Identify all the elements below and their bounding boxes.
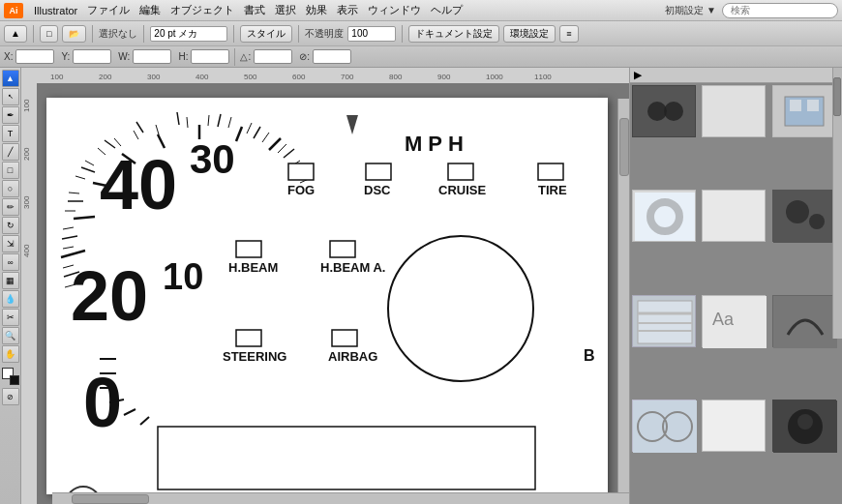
extra-btn[interactable]: ≡ [559,25,578,43]
svg-rect-81 [236,330,261,346]
search-input[interactable] [722,3,838,18]
tool-type[interactable]: T [2,125,19,142]
svg-text:CRUISE: CRUISE [438,183,486,197]
tool-eyedropper[interactable]: 💧 [2,290,19,308]
shear-input[interactable] [313,49,351,64]
env-settings-btn[interactable]: 環境設定 [503,25,556,43]
menu-select[interactable]: 選択 [275,3,296,17]
menu-window[interactable]: ウィンドウ [368,3,421,17]
toolbox: ▲ ↖ ✒ T ╱ □ ○ ✏ ↻ ⇲ ∞ ▦ 💧 ✂ 🔍 ✋ ⊘ [0,68,21,504]
svg-text:20: 20 [71,257,148,335]
svg-line-48 [208,115,209,126]
panel-scrollbar[interactable] [832,68,842,339]
panel-scroll-thumb[interactable] [833,77,841,116]
svg-rect-92 [807,100,819,111]
menu-format[interactable]: 書式 [244,3,265,17]
thumbnail-4[interactable] [632,190,696,242]
menu-view[interactable]: 表示 [337,3,358,17]
doc-canvas[interactable]: 40 30 20 10 0 [37,83,629,504]
thumbnail-8[interactable]: Aa [702,295,766,347]
x-input[interactable] [15,49,54,64]
thumbnail-1[interactable] [632,85,696,137]
angle-input[interactable] [254,49,292,64]
thumbnail-9[interactable] [772,295,836,347]
thumbnail-11[interactable] [702,400,766,452]
w-input[interactable] [133,49,171,64]
tool-fill-none[interactable]: ⊘ [2,388,19,405]
menu-bar: Ai Illustrator ファイル 編集 オブジェクト 書式 選択 効果 表… [0,0,842,21]
svg-text:TIRE: TIRE [538,183,567,197]
svg-point-97 [809,214,825,229]
menu-object[interactable]: オブジェクト [170,3,234,17]
svg-marker-67 [346,115,358,134]
canvas-area[interactable]: 100 200 300 400 500 600 700 800 900 1000… [21,68,629,504]
svg-text:200: 200 [99,73,112,81]
vertical-scrollbar[interactable] [617,99,629,492]
tool-hand[interactable]: ✋ [2,345,19,363]
h-input[interactable] [191,49,229,64]
thumbnail-10[interactable] [632,400,696,452]
thumbnail-5[interactable] [702,190,766,242]
opacity-input[interactable] [347,26,396,42]
tool-line[interactable]: ╱ [2,143,19,161]
svg-line-44 [114,138,121,146]
tool-brush[interactable]: ✏ [2,198,19,216]
svg-rect-86 [158,427,535,489]
tool-direct-select[interactable]: ↖ [2,88,19,105]
svg-line-65 [140,417,149,425]
tool-gradient[interactable]: ▦ [2,272,19,289]
doc-settings-btn[interactable]: ドキュメント設定 [408,25,499,43]
svg-text:STEERING: STEERING [223,349,286,364]
thumbnail-6[interactable] [772,190,836,242]
thumbnail-2[interactable] [702,85,766,137]
open-btn[interactable]: 📂 [62,25,86,43]
svg-line-46 [156,125,159,134]
tool-select-btn[interactable]: ▲ [4,25,27,43]
svg-line-38 [63,227,74,229]
tool-scale[interactable]: ⇲ [2,235,19,252]
menu-file[interactable]: ファイル [87,3,130,17]
toolbar-row1: ▲ □ 📂 選択なし スタイル 不透明度 ドキュメント設定 環境設定 ≡ [0,21,842,46]
svg-text:600: 600 [292,73,306,81]
svg-text:900: 900 [437,73,451,81]
svg-rect-104 [773,296,837,348]
thumbnail-12[interactable] [772,400,836,452]
tool-select[interactable]: ▲ [2,70,19,87]
color-swatch-area[interactable] [2,368,19,385]
svg-text:FOG: FOG [287,183,315,197]
menu-effect[interactable]: 効果 [306,3,327,17]
thumbnail-3[interactable] [772,85,836,137]
tool-rect[interactable]: □ [2,162,19,179]
artboard: 40 30 20 10 0 [46,98,608,494]
svg-line-34 [284,149,294,158]
tool-ellipse[interactable]: ○ [2,180,19,197]
tool-pen[interactable]: ✒ [2,106,19,124]
thumbnail-7[interactable] [632,295,696,347]
svg-text:10: 10 [163,256,203,297]
zoom-input[interactable] [150,26,227,42]
tool-scissors[interactable]: ✂ [2,309,19,326]
panel-grid: Aa [630,83,842,504]
new-doc-btn[interactable]: □ [40,25,58,43]
tool-rotate[interactable]: ↻ [2,217,19,234]
scrollbar-thumb[interactable] [72,494,149,504]
menu-help[interactable]: ヘルプ [431,3,463,17]
svg-point-96 [786,200,809,223]
y-input[interactable] [73,49,111,64]
vscrollbar-thumb[interactable] [619,118,629,176]
svg-point-89 [664,102,683,121]
y-label: Y: [61,51,70,62]
menu-edit[interactable]: 編集 [139,3,161,17]
angle-label: △: [240,51,251,62]
svg-line-23 [236,127,242,141]
svg-point-80 [388,236,533,381]
menu-illustrator[interactable]: Illustrator [34,5,77,16]
tool-blend[interactable]: ∞ [2,253,19,271]
tool-zoom[interactable]: 🔍 [2,327,19,344]
svg-line-47 [187,117,188,128]
svg-line-18 [74,217,95,219]
style-btn[interactable]: スタイル [240,25,292,43]
svg-text:B: B [584,347,595,364]
horizontal-scrollbar[interactable] [52,492,629,504]
sep4 [233,25,234,43]
